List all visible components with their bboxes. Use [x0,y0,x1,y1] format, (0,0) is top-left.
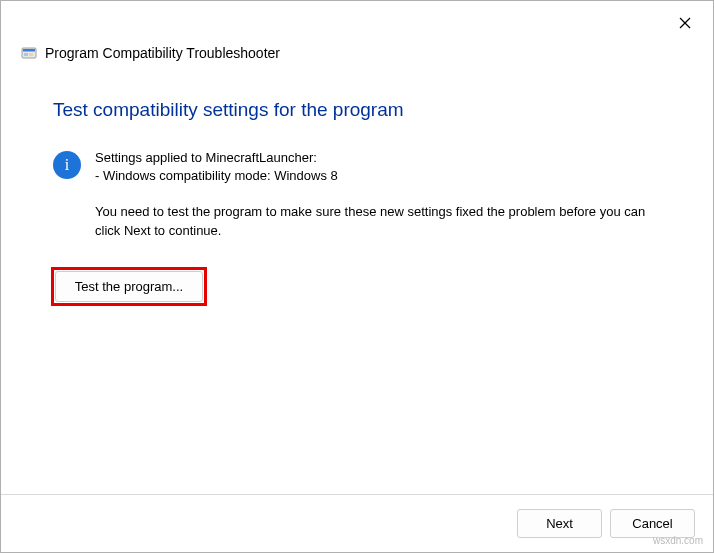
close-button[interactable] [673,11,697,35]
troubleshooter-icon [21,45,37,61]
info-icon: i [53,151,81,179]
svg-rect-4 [24,53,28,56]
settings-applied-line: Settings applied to MinecraftLauncher: [95,149,661,167]
svg-rect-5 [29,53,33,56]
svg-rect-3 [23,49,35,52]
info-row: i Settings applied to MinecraftLauncher:… [53,149,661,185]
footer: Next Cancel [1,494,713,552]
compat-mode-line: - Windows compatibility mode: Windows 8 [95,167,661,185]
page-title: Test compatibility settings for the prog… [53,99,661,121]
next-button[interactable]: Next [517,509,602,538]
close-icon [679,17,691,29]
highlight-box: Test the program... [51,267,207,306]
cancel-button[interactable]: Cancel [610,509,695,538]
instruction-text: You need to test the program to make sur… [95,203,661,241]
troubleshooter-window: Program Compatibility Troubleshooter Tes… [0,0,714,553]
test-program-button[interactable]: Test the program... [55,271,203,302]
content-area: Test compatibility settings for the prog… [1,69,713,494]
info-text: Settings applied to MinecraftLauncher: -… [95,149,661,185]
header: Program Compatibility Troubleshooter [1,1,713,69]
header-title: Program Compatibility Troubleshooter [45,45,280,61]
